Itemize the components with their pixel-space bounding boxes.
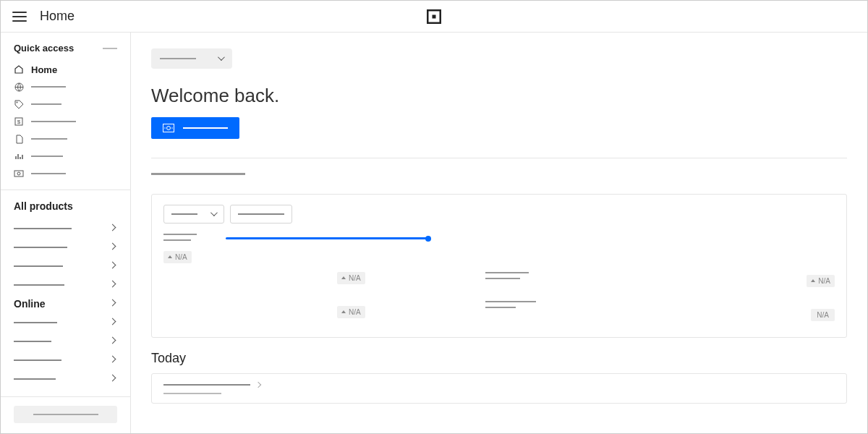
sidebar-item-label	[31, 121, 76, 122]
page-title: Home	[40, 9, 75, 24]
menu-icon[interactable]	[12, 12, 27, 22]
all-products-header: All products	[14, 200, 117, 212]
chevron-right-icon	[110, 338, 117, 345]
home-icon	[14, 64, 24, 75]
primary-action-button[interactable]	[151, 117, 239, 139]
sidebar-footer-button[interactable]	[14, 406, 117, 423]
chevron-right-icon	[110, 375, 117, 383]
sidebar-row[interactable]	[14, 257, 117, 276]
stats-panel: N/A N/A N/A	[151, 194, 847, 338]
chevron-right-icon	[110, 319, 117, 326]
square-logo-icon	[427, 9, 441, 24]
svg-point-7	[17, 172, 20, 175]
sidebar-row[interactable]	[14, 370, 117, 388]
today-panel	[151, 373, 847, 404]
progress-dot	[425, 236, 431, 242]
na-badge: N/A	[163, 251, 192, 263]
chevron-right-icon	[110, 281, 117, 289]
document-icon	[14, 134, 24, 144]
na-badge: N/A	[811, 309, 835, 321]
globe-icon	[14, 82, 24, 92]
sidebar-footer-label	[33, 414, 98, 415]
top-bar: Home	[1, 1, 867, 33]
chevron-right-icon	[110, 263, 117, 270]
na-badge: N/A	[337, 306, 365, 318]
triangle-up-icon	[811, 279, 815, 282]
today-item[interactable]	[163, 383, 835, 387]
dollar-icon: $	[14, 116, 24, 127]
chevron-right-icon	[110, 357, 117, 364]
triangle-up-icon	[168, 255, 172, 258]
tag-icon	[14, 99, 24, 109]
svg-rect-1	[433, 14, 436, 18]
sidebar-item[interactable]	[14, 148, 117, 165]
sidebar-item[interactable]	[14, 95, 117, 113]
filter-input[interactable]	[230, 205, 292, 224]
chevron-right-icon	[110, 244, 117, 251]
svg-rect-6	[14, 171, 23, 176]
sidebar-item-home[interactable]: Home	[14, 61, 117, 78]
chart-icon	[14, 151, 24, 161]
sidebar-row[interactable]	[14, 351, 117, 370]
sidebar-row[interactable]	[14, 313, 117, 332]
chevron-right-icon	[110, 225, 117, 232]
quick-access-header[interactable]: Quick access	[14, 43, 117, 54]
cash-icon	[163, 124, 174, 132]
sidebar-row[interactable]	[14, 332, 117, 351]
button-label	[183, 127, 228, 129]
na-badge: N/A	[807, 275, 835, 287]
sidebar-item-label	[31, 173, 66, 174]
chevron-down-icon	[218, 56, 224, 61]
na-badge: N/A	[337, 272, 365, 284]
sidebar-item[interactable]	[14, 78, 117, 95]
sidebar-item-label	[31, 156, 63, 157]
sidebar-row-online[interactable]: Online	[14, 294, 117, 313]
selector-label	[160, 58, 196, 59]
sidebar-item[interactable]	[14, 165, 117, 182]
sidebar-item-label	[31, 86, 66, 88]
triangle-up-icon	[341, 276, 346, 279]
location-selector[interactable]	[151, 48, 232, 69]
today-sub-label	[163, 393, 221, 394]
sidebar-item[interactable]: $	[14, 113, 117, 130]
progress-bar	[226, 237, 428, 239]
filter-select[interactable]	[163, 205, 224, 224]
main-content: Welcome back.	[131, 33, 867, 433]
svg-point-10	[164, 127, 166, 129]
svg-point-11	[171, 127, 173, 129]
sidebar-item-label	[31, 138, 67, 140]
sidebar-item[interactable]	[14, 130, 117, 148]
triangle-up-icon	[341, 310, 346, 313]
welcome-heading: Welcome back.	[151, 85, 847, 107]
today-heading: Today	[151, 351, 847, 366]
sidebar-item-label	[31, 103, 61, 105]
sidebar-row[interactable]	[14, 276, 117, 294]
sidebar: Quick access Home $	[1, 33, 131, 433]
svg-point-9	[167, 127, 171, 130]
svg-point-3	[16, 101, 17, 103]
sidebar-item-label: Home	[31, 64, 57, 75]
chevron-right-icon	[255, 381, 261, 387]
quick-access-label: Quick access	[14, 43, 74, 54]
sidebar-row[interactable]	[14, 238, 117, 257]
chevron-right-icon	[110, 300, 117, 307]
svg-text:$: $	[17, 119, 21, 125]
collapse-icon	[103, 48, 117, 49]
sidebar-row[interactable]	[14, 219, 117, 238]
chevron-down-icon	[210, 211, 216, 217]
cash-icon	[14, 169, 24, 179]
section-heading	[151, 173, 245, 175]
